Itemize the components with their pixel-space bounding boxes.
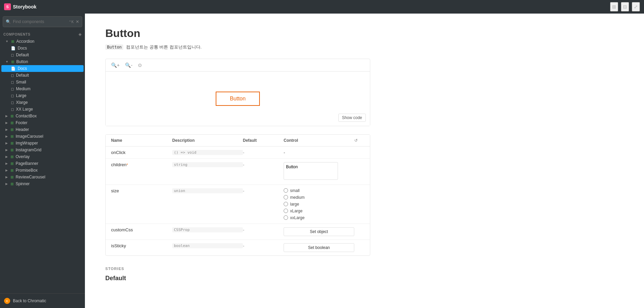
zoom-reset-icon[interactable]: ⊙ <box>137 62 143 69</box>
sidebar-item-button-default[interactable]: ◻ Default <box>1 72 84 79</box>
radio-item-xxlarge[interactable]: xxLarge <box>284 215 354 220</box>
back-to-chromatic-button[interactable]: C Back to Chromatic <box>4 298 81 304</box>
chevron-down-icon: ▼ <box>5 60 8 63</box>
back-label: Back to Chromatic <box>13 299 46 303</box>
sidebar-item-label: InstagramGrid <box>16 148 41 152</box>
radio-xlarge[interactable] <box>284 209 288 213</box>
app-logo: S Storybook <box>4 3 36 10</box>
component-icon: ⊞ <box>11 114 14 118</box>
story-first-title: Default <box>105 275 370 282</box>
sidebar-item-label: Header <box>16 127 29 132</box>
col-default-header: Default <box>243 138 284 143</box>
chevron-right-icon: ▶ <box>5 155 8 158</box>
prop-name-onclick: onClick <box>111 150 172 155</box>
zoom-in-icon[interactable]: 🔍+ <box>110 62 121 69</box>
sidebar-item-label: Button <box>16 59 28 64</box>
sidebar-item-button-small[interactable]: ◻ Small <box>1 79 84 85</box>
sidebar-item-spinner[interactable]: ▶ ⊞ Spinner <box>1 180 84 187</box>
prop-row-onclick: onClick () => void - - <box>106 147 370 159</box>
doc-icon: 📄 <box>11 46 16 51</box>
story-icon: ◻ <box>11 87 14 91</box>
prop-default-size: - <box>243 188 284 193</box>
sidebar-item-contactbox[interactable]: ▶ ⊞ ContactBox <box>1 113 84 119</box>
sidebar-item-label: XX Large <box>16 107 33 112</box>
search-icon: 🔍 <box>6 19 11 24</box>
page-subtitle: Button 컴포넌트는 공통 버튼 컴포넌트입니다. <box>105 44 370 51</box>
prop-type-size: union <box>172 188 243 193</box>
grid-small-icon[interactable]: ⊞ <box>610 2 618 12</box>
sidebar-item-label: Xlarge <box>16 100 28 105</box>
sidebar-item-button-large[interactable]: ◻ Large <box>1 92 84 99</box>
zoom-out-icon[interactable]: 🔍- <box>124 62 134 69</box>
chevron-right-icon: ▶ <box>5 128 8 131</box>
sidebar-item-label: Footer <box>16 120 28 125</box>
sidebar-tree: ▼ ⊞ Accordion 📄 Docs ◻ Default ▼ ⊞ Butto… <box>0 38 85 293</box>
component-icon: ⊞ <box>11 121 14 125</box>
component-icon: ⊞ <box>11 161 14 166</box>
set-object-button[interactable]: Set object <box>284 227 354 236</box>
prop-default-customcss: - <box>243 227 284 232</box>
children-textarea[interactable]: Button <box>284 162 338 180</box>
sidebar-item-label: Docs <box>18 46 27 51</box>
search-clear-icon[interactable]: ✕ <box>76 19 79 24</box>
component-icon: ⊞ <box>11 148 14 152</box>
section-label: COMPONENTS <box>3 33 31 36</box>
radio-xxlarge[interactable] <box>284 215 288 220</box>
sidebar-item-accordion[interactable]: ▼ ⊞ Accordion <box>1 38 84 45</box>
sidebar-item-label: ImageCarousel <box>16 134 43 139</box>
reset-all-icon[interactable]: ↺ <box>354 138 364 143</box>
chevron-right-icon: ▶ <box>5 135 8 138</box>
sidebar-item-button-medium[interactable]: ◻ Medium <box>1 85 84 92</box>
section-collapse-icon[interactable]: ◈ <box>78 32 82 37</box>
sidebar-item-imagecarousel[interactable]: ▶ ⊞ ImageCarousel <box>1 133 84 140</box>
prop-name-size: size <box>111 188 172 193</box>
story-icon: ◻ <box>11 73 14 78</box>
sidebar-item-imgwrapper[interactable]: ▶ ⊞ ImgWrapper <box>1 140 84 147</box>
radio-item-xlarge[interactable]: xLarge <box>284 209 354 213</box>
component-icon: ⊞ <box>11 182 14 186</box>
set-boolean-button[interactable]: Set boolean <box>284 243 354 252</box>
show-code-button[interactable]: Show code <box>338 114 366 122</box>
sidebar-item-header[interactable]: ▶ ⊞ Header <box>1 126 84 133</box>
component-icon: ⊞ <box>11 134 14 139</box>
stories-section: STORIES Default <box>105 267 370 282</box>
radio-item-small[interactable]: small <box>284 188 354 193</box>
radio-medium[interactable] <box>284 195 288 199</box>
sidebar-item-instagramgrid[interactable]: ▶ ⊞ InstagramGrid <box>1 147 84 153</box>
sidebar-item-accordion-default[interactable]: ◻ Default <box>1 52 84 58</box>
sidebar-item-pagebanner[interactable]: ▶ ⊞ PageBanner <box>1 160 84 167</box>
preview-canvas: Button Show code <box>106 72 370 126</box>
chevron-right-icon: ▶ <box>5 169 8 172</box>
expand-icon[interactable]: ⤢ <box>632 2 640 12</box>
sidebar-item-label: Default <box>16 53 29 57</box>
chevron-right-icon: ▶ <box>5 148 8 152</box>
sidebar-item-reviewcarousel[interactable]: ▶ ⊞ ReviewCarousel <box>1 174 84 180</box>
grid-large-icon[interactable]: ⊟ <box>621 2 629 12</box>
prop-row-children: children* string - Button <box>106 159 370 185</box>
radio-item-large[interactable]: large <box>284 202 354 207</box>
story-icon: ◻ <box>11 107 14 112</box>
radio-small[interactable] <box>284 188 288 193</box>
sidebar-item-button-xxlarge[interactable]: ◻ XX Large <box>1 106 84 113</box>
topbar: S Storybook ⊞ ⊟ ⤢ <box>0 0 644 14</box>
prop-default-children: - <box>243 162 284 167</box>
storybook-logo-icon: S <box>4 3 11 10</box>
sidebar-item-label: Accordion <box>16 39 34 44</box>
radio-item-medium[interactable]: medium <box>284 195 354 200</box>
demo-button[interactable]: Button <box>216 92 260 106</box>
sidebar-item-footer[interactable]: ▶ ⊞ Footer <box>1 119 84 126</box>
chevron-right-icon: ▶ <box>5 141 8 145</box>
search-input[interactable] <box>13 19 67 24</box>
component-icon: ⊞ <box>11 128 14 132</box>
sidebar-item-accordion-docs[interactable]: 📄 Docs <box>1 45 84 52</box>
chevron-right-icon: ▶ <box>5 121 8 124</box>
sidebar-item-button-docs[interactable]: 📄 Docs <box>1 65 84 72</box>
radio-large[interactable] <box>284 202 288 206</box>
sidebar-item-overlay[interactable]: ▶ ⊞ Overlay <box>1 153 84 160</box>
sidebar-item-button[interactable]: ▼ ⊞ Button <box>1 58 84 65</box>
sidebar-item-label: Default <box>16 73 29 78</box>
sidebar-item-button-xlarge[interactable]: ◻ Xlarge <box>1 99 84 106</box>
content-inner: Button Button 컴포넌트는 공통 버튼 컴포넌트입니다. 🔍+ 🔍-… <box>85 14 391 298</box>
col-name-header: Name <box>111 138 172 143</box>
sidebar-item-promisebox[interactable]: ▶ ⊞ PromiseBox <box>1 167 84 174</box>
